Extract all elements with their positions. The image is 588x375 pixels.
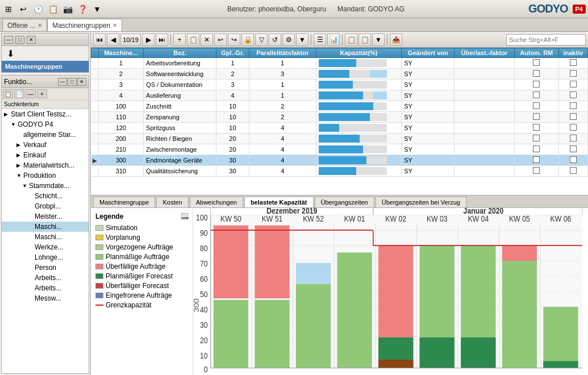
cb-autom-1[interactable] <box>533 70 540 77</box>
table-cell-inaktiv-10[interactable] <box>558 166 587 177</box>
table-cell-inaktiv-8[interactable] <box>558 144 587 155</box>
cb-autom-10[interactable] <box>533 167 540 174</box>
table-cell-inaktiv-1[interactable] <box>558 69 587 80</box>
cb-inaktiv-9[interactable] <box>570 156 577 163</box>
grid-icon[interactable]: ⊞ <box>2 3 15 15</box>
delete-btn[interactable]: ✕ <box>201 34 213 46</box>
btab-kosten[interactable]: Kosten <box>156 197 188 207</box>
tree-item-11[interactable]: Maschi... <box>2 222 89 232</box>
table-cell-autom-4[interactable] <box>514 101 558 112</box>
doc-btn[interactable]: 📋 <box>345 34 357 46</box>
clock-icon[interactable]: 🕐 <box>32 3 44 15</box>
cb-autom-2[interactable] <box>533 81 540 88</box>
tab-offene[interactable]: Offene ... ✕ <box>2 19 47 31</box>
tree-item-3[interactable]: ▶ Verkauf <box>2 140 89 150</box>
settings-dropdown-btn[interactable]: ▼ <box>296 34 308 46</box>
col-maschine[interactable]: Maschine... <box>98 48 144 58</box>
spt-btn-1[interactable]: 📋 <box>3 89 13 98</box>
cb-autom-9[interactable] <box>533 156 540 163</box>
cb-inaktiv-1[interactable] <box>570 70 577 77</box>
legend-collapse-btn[interactable]: — <box>181 213 188 220</box>
table-cell-inaktiv-2[interactable] <box>558 80 587 90</box>
tree-item-8[interactable]: Schicht... <box>2 191 89 201</box>
cb-inaktiv-4[interactable] <box>570 102 577 109</box>
list-btn[interactable]: ☰ <box>314 34 326 46</box>
col-inaktiv[interactable]: inaktiv <box>558 48 587 58</box>
cb-inaktiv-3[interactable] <box>570 91 577 98</box>
sidebar-maximize-btn[interactable]: □ <box>15 36 24 44</box>
doc-dropdown-btn[interactable]: ▼ <box>372 34 385 46</box>
tree-item-15[interactable]: Arbeits... <box>2 273 89 283</box>
tree-item-14[interactable]: Lohnge... <box>2 252 89 262</box>
search-input[interactable] <box>506 34 586 45</box>
doc2-btn[interactable]: 📋 <box>358 34 371 46</box>
table-cell-autom-1[interactable] <box>514 69 558 80</box>
sidebar-close-btn[interactable]: ✕ <box>27 36 36 44</box>
table-cell-autom-6[interactable] <box>514 123 558 134</box>
cb-inaktiv-10[interactable] <box>570 167 577 174</box>
table-cell-inaktiv-0[interactable] <box>558 58 587 69</box>
refresh-btn[interactable]: ↺ <box>269 34 281 46</box>
table-cell-autom-2[interactable] <box>514 80 558 90</box>
tree-item-16[interactable]: Arbeits... <box>2 283 89 293</box>
table-cell-inaktiv-9[interactable] <box>558 155 587 166</box>
cb-inaktiv-6[interactable] <box>570 124 577 131</box>
cb-inaktiv-7[interactable] <box>570 135 577 141</box>
tree-item-10[interactable]: Meister... <box>2 211 89 222</box>
cb-autom-4[interactable] <box>533 102 540 109</box>
add-btn[interactable]: + <box>173 34 186 46</box>
cb-autom-7[interactable] <box>533 135 540 141</box>
export-btn[interactable]: 📤 <box>390 34 402 46</box>
tree-item-13[interactable]: Werkze... <box>2 242 89 252</box>
tree-item-2[interactable]: allgemeine Star... <box>2 130 89 140</box>
tree-item-12[interactable]: Maschi... <box>2 232 89 242</box>
table-cell-inaktiv-6[interactable] <box>558 123 587 134</box>
tree-item-17[interactable]: Messw... <box>2 293 89 303</box>
table-cell-autom-8[interactable] <box>514 144 558 155</box>
tree-item-person[interactable]: Person <box>2 262 89 273</box>
settings-btn[interactable]: ⚙ <box>282 34 295 46</box>
nav-prev-btn[interactable]: ◀ <box>107 34 119 46</box>
table-cell-inaktiv-4[interactable] <box>558 101 587 112</box>
sidebar2-minimize-btn[interactable]: — <box>58 78 67 86</box>
cb-autom-5[interactable] <box>533 113 540 120</box>
copy-btn[interactable]: 📋 <box>187 34 199 46</box>
btab-abweichungen[interactable]: Abweichungen <box>190 197 243 207</box>
sidebar-minimize-btn[interactable]: — <box>4 36 13 44</box>
tab-maschinengruppen[interactable]: Maschinengruppen ✕ <box>47 19 122 31</box>
cb-inaktiv-5[interactable] <box>570 113 577 120</box>
chart-btn[interactable]: 📊 <box>327 34 340 46</box>
cb-autom-3[interactable] <box>533 91 540 98</box>
save-icon[interactable]: ↩ <box>17 3 30 15</box>
spt-btn-2[interactable]: 📄 <box>14 89 24 98</box>
table-cell-inaktiv-3[interactable] <box>558 90 587 101</box>
tree-item-5[interactable]: ▶ Materialwirtsch... <box>2 160 89 170</box>
sidebar2-close-btn[interactable]: ✕ <box>77 78 86 86</box>
tab-maschinengruppen-close[interactable]: ✕ <box>112 22 117 28</box>
col-bez[interactable]: Bez. <box>144 48 216 58</box>
cb-inaktiv-8[interactable] <box>570 145 577 152</box>
doc-icon[interactable]: 📋 <box>47 3 59 15</box>
arrow-down-icon[interactable]: ▼ <box>91 3 103 15</box>
table-cell-autom-10[interactable] <box>514 166 558 177</box>
undo-btn[interactable]: ↩ <box>214 34 227 46</box>
table-cell-autom-0[interactable] <box>514 58 558 69</box>
tab-offene-close[interactable]: ✕ <box>37 22 42 28</box>
tree-item-6[interactable]: ▼ Produktion <box>2 170 89 181</box>
btab-maschinengruppe[interactable]: Maschinengruppe <box>93 197 155 207</box>
cb-inaktiv-2[interactable] <box>570 81 577 88</box>
spt-btn-4[interactable]: + <box>37 89 47 98</box>
tree-item-9[interactable]: Grobpl... <box>2 201 89 211</box>
cb-autom-8[interactable] <box>533 145 540 152</box>
btab-uebergangszeiten-verzug[interactable]: Übergangszeiten bei Verzug <box>376 197 466 207</box>
filter-btn[interactable]: ▽ <box>255 34 268 46</box>
col-ueber[interactable]: Überlast.-faktor <box>454 48 514 58</box>
tree-item-7[interactable]: ▼ Stammdate... <box>2 181 89 191</box>
nav-last-btn[interactable]: ⏭ <box>156 34 168 46</box>
table-cell-autom-5[interactable] <box>514 112 558 123</box>
spt-btn-3[interactable]: — <box>26 89 36 98</box>
redo-btn[interactable]: ↪ <box>228 34 240 46</box>
table-cell-inaktiv-5[interactable] <box>558 112 587 123</box>
cb-autom-6[interactable] <box>533 124 540 131</box>
table-cell-autom-9[interactable] <box>514 155 558 166</box>
